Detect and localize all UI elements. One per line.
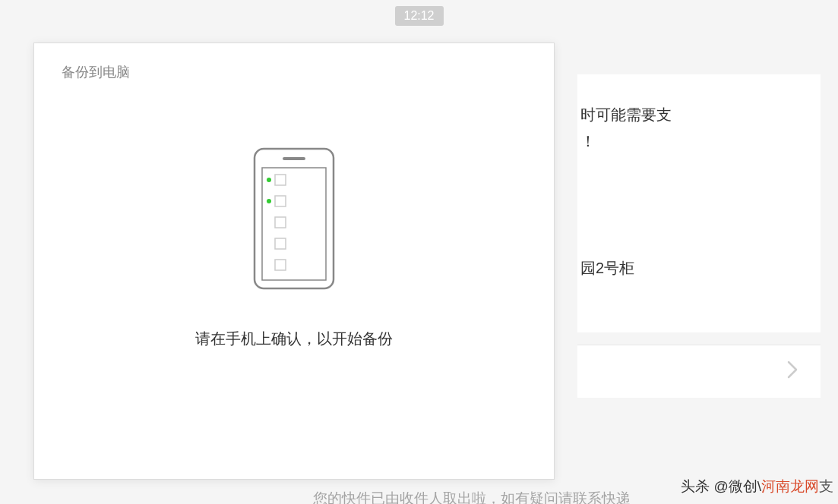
svg-rect-7 xyxy=(275,217,286,228)
dialog-content: 请在手机上确认，以开始备份 xyxy=(34,146,554,349)
watermark-prefix: 头杀 xyxy=(681,478,713,494)
dialog-title: 备份到电脑 xyxy=(34,43,554,101)
backup-dialog: 备份到电脑 请在手机上确认，以开始备份 xyxy=(33,43,555,480)
watermark-suffix: 支 xyxy=(819,478,833,494)
background-card-top: 时可能需要支 ！ 园2号柜 xyxy=(577,74,821,332)
bg-text-line3: 园2号柜 xyxy=(577,152,821,279)
watermark: 头杀 @微创\河南龙网支 xyxy=(681,477,833,496)
chevron-right-icon xyxy=(787,361,798,383)
svg-rect-1 xyxy=(283,157,305,160)
bg-text-line2: ！ xyxy=(577,125,821,152)
svg-rect-4 xyxy=(275,175,286,185)
svg-rect-8 xyxy=(275,238,286,249)
svg-rect-6 xyxy=(275,196,286,206)
svg-point-5 xyxy=(267,199,271,203)
time-badge: 12:12 xyxy=(394,6,443,26)
svg-rect-0 xyxy=(255,149,334,288)
bg-text-line1: 时可能需要支 xyxy=(577,74,821,125)
svg-point-3 xyxy=(267,178,271,182)
svg-rect-2 xyxy=(262,168,326,280)
dialog-prompt: 请在手机上确认，以开始备份 xyxy=(195,329,393,349)
watermark-at: @微创\ xyxy=(713,478,761,494)
svg-rect-9 xyxy=(275,260,286,270)
watermark-red: 河南龙网 xyxy=(761,478,819,494)
background-card-nav[interactable] xyxy=(577,345,821,398)
phone-illustration-icon xyxy=(252,146,336,291)
